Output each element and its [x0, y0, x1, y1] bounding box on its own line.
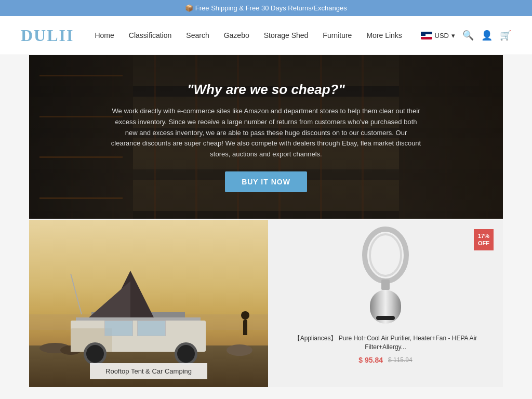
badge-off: OFF [478, 240, 489, 247]
main-nav: Home Classification Search Gazebo Storag… [95, 31, 420, 39]
hero-content: "Why are we so cheap?" We work directly … [29, 55, 503, 219]
currency-chevron-icon: ▾ [451, 32, 455, 39]
left-card-label: Rooftop Tent & Car Camping [29, 363, 268, 379]
currency-label: USD [435, 32, 449, 39]
us-flag-icon [421, 32, 432, 39]
nav-furniture[interactable]: Furniture [323, 31, 352, 39]
tent-scene [29, 220, 268, 387]
nav-classification[interactable]: Classification [129, 31, 171, 39]
purifier-svg [354, 227, 417, 330]
hero-title: "Why are we so cheap?" [187, 82, 345, 98]
left-promo-card[interactable]: Rooftop Tent & Car Camping [29, 220, 268, 387]
svg-rect-2 [381, 280, 390, 290]
cart-icon[interactable]: 🛒 [500, 30, 511, 41]
promo-text: 📦 Free Shipping & Free 30 Days Returns/E… [185, 4, 347, 12]
promo-banner: 📦 Free Shipping & Free 30 Days Returns/E… [0, 0, 532, 16]
badge-percent: 17% [478, 232, 489, 240]
product-image-area [344, 229, 427, 328]
site-header: DULII Home Classification Search Gazebo … [0, 16, 532, 55]
product-price-row: $ 95.84 $ 115.94 [358, 356, 412, 364]
product-title: 【Appliances】 Pure Hot+Cool Air Purifier,… [277, 334, 494, 352]
search-icon[interactable]: 🔍 [462, 30, 474, 41]
hero-section: "Why are we so cheap?" We work directly … [29, 55, 503, 219]
hero-cta-button[interactable]: BUY IT NOW [225, 171, 307, 192]
nav-home[interactable]: Home [95, 31, 114, 39]
header-actions: USD ▾ 🔍 👤 🛒 [421, 30, 511, 41]
left-card-label-text: Rooftop Tent & Car Camping [90, 363, 207, 379]
nav-gazebo[interactable]: Gazebo [224, 31, 249, 39]
discount-badge: 17% OFF [474, 229, 494, 250]
account-icon[interactable]: 👤 [481, 30, 493, 41]
product-card[interactable]: 17% OFF [268, 220, 503, 387]
nav-search[interactable]: Search [186, 31, 209, 39]
nav-more-links[interactable]: More Links [366, 31, 402, 39]
svg-point-1 [370, 234, 401, 276]
site-logo[interactable]: DULII [21, 26, 74, 45]
currency-selector[interactable]: USD ▾ [421, 32, 455, 39]
product-price-new: $ 95.84 [358, 356, 383, 364]
product-image [354, 227, 417, 330]
product-grid: Rooftop Tent & Car Camping 17% OFF [29, 220, 503, 387]
hero-description: We work directly with e-commerce sites l… [110, 106, 422, 160]
product-price-old: $ 115.94 [388, 356, 413, 364]
svg-rect-4 [376, 316, 395, 320]
nav-storage-shed[interactable]: Storage Shed [264, 31, 309, 39]
